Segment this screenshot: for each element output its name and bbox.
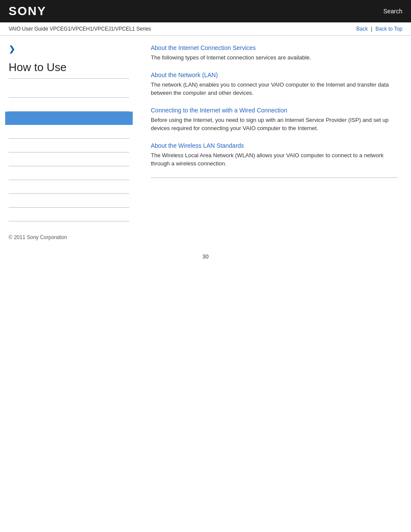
link-internet-connection[interactable]: About the Internet Connection Services (151, 44, 398, 51)
sidebar-item-10[interactable] (9, 208, 129, 221)
sidebar-item-3-active[interactable] (5, 112, 133, 125)
back-to-top-link[interactable]: Back to Top (376, 26, 402, 32)
sidebar-item-5[interactable] (9, 139, 129, 152)
sidebar-item-7[interactable] (9, 166, 129, 180)
text-internet-connection: The following types of Internet connecti… (151, 53, 398, 62)
nav-links: Back | Back to Top (356, 26, 402, 32)
text-wireless-lan: The Wireless Local Area Network (WLAN) a… (151, 151, 398, 168)
sub-header: VAIO User Guide VPCEG1/VPCEH1/VPCEJ1/VPC… (0, 22, 411, 36)
section-internet-connection: About the Internet Connection Services T… (151, 44, 398, 62)
link-wireless-lan[interactable]: About the Wireless LAN Standards (151, 142, 398, 149)
expand-icon[interactable]: ❯ (9, 44, 129, 54)
guide-title: VAIO User Guide VPCEG1/VPCEH1/VPCEJ1/VPC… (9, 26, 151, 32)
back-link[interactable]: Back (356, 26, 368, 32)
content-divider (151, 177, 398, 178)
header: SONY Search (0, 0, 411, 22)
sidebar-title: How to Use (9, 61, 129, 79)
sidebar-item-4[interactable] (9, 125, 129, 139)
sidebar-item-1[interactable] (9, 84, 129, 98)
text-network-lan: The network (LAN) enables you to connect… (151, 81, 398, 97)
sidebar-item-6[interactable] (9, 152, 129, 166)
main-container: ❯ How to Use About the Internet Connecti… (0, 36, 411, 221)
copyright: © 2011 Sony Corporation (9, 234, 67, 240)
sidebar: ❯ How to Use (0, 44, 138, 221)
section-wired-connection: Connecting to the Internet with a Wired … (151, 107, 398, 133)
sidebar-item-2[interactable] (9, 98, 129, 112)
text-wired-connection: Before using the Internet, you need to s… (151, 116, 398, 133)
sidebar-item-8[interactable] (9, 180, 129, 194)
sony-logo: SONY (9, 4, 46, 18)
footer: © 2011 Sony Corporation (0, 221, 411, 245)
sidebar-item-9[interactable] (9, 194, 129, 208)
page-number: 30 (0, 245, 411, 268)
link-network-lan[interactable]: About the Network (LAN) (151, 72, 398, 78)
search-button[interactable]: Search (383, 8, 402, 15)
section-network-lan: About the Network (LAN) The network (LAN… (151, 72, 398, 97)
link-wired-connection[interactable]: Connecting to the Internet with a Wired … (151, 107, 398, 114)
section-wireless-lan: About the Wireless LAN Standards The Wir… (151, 142, 398, 168)
content-area: About the Internet Connection Services T… (138, 44, 411, 221)
